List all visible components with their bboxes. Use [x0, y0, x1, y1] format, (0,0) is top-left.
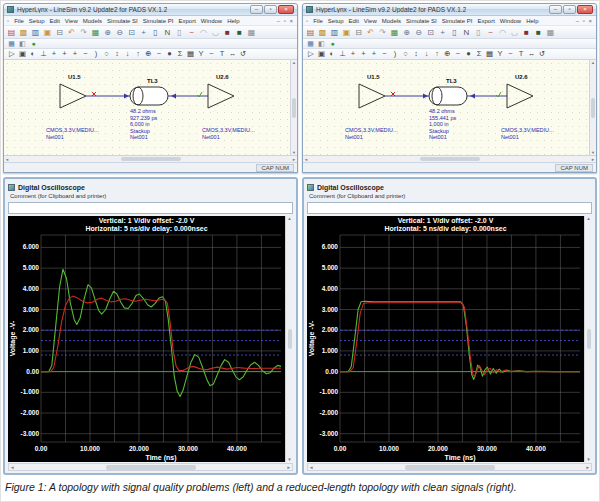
menu-help[interactable]: Help	[526, 18, 538, 24]
pulldown-tool-icon[interactable]: +	[71, 49, 79, 59]
bracket-tool-icon[interactable]: )	[92, 49, 100, 59]
mdi-window-controls[interactable]: – ▫ ×	[277, 18, 294, 24]
up-tool-icon[interactable]: ↑	[134, 49, 142, 59]
ic-tool-icon[interactable]: ▣	[19, 49, 27, 59]
mdi-system-icon[interactable]: ▫	[306, 18, 308, 24]
menu-simulate-pi[interactable]: Simulate PI	[442, 18, 473, 24]
menu-view[interactable]: View	[364, 18, 377, 24]
menu-setup[interactable]: Setup	[328, 18, 344, 24]
redo-icon[interactable]: ↷	[377, 27, 388, 38]
net-name-icon[interactable]: N	[461, 27, 472, 38]
scope-horizontal-scrollbar[interactable]: ◄►	[307, 463, 592, 471]
down-tool-icon[interactable]: ↓	[423, 49, 431, 59]
spreadsheet-icon[interactable]: ▦	[7, 39, 16, 48]
via-tool-icon[interactable]: ○	[103, 49, 111, 59]
select-tool-icon[interactable]: ▷	[8, 49, 16, 59]
node-tool-icon[interactable]: ●	[166, 49, 174, 59]
power-tool-icon[interactable]: ⊕	[145, 49, 153, 59]
pan-icon[interactable]: +	[437, 27, 448, 38]
select-tool-icon[interactable]: ▷	[307, 49, 315, 59]
updown-tool-icon[interactable]: ↕	[113, 49, 121, 59]
menu-window[interactable]: Window	[201, 18, 222, 24]
zoom-in-icon[interactable]: ⊕	[401, 27, 412, 38]
transmission-line-symbol[interactable]	[429, 87, 467, 105]
pan-icon[interactable]: +	[138, 27, 149, 38]
menu-models[interactable]: Models	[83, 18, 102, 24]
node-tool-icon[interactable]: ●	[465, 49, 473, 59]
doc-gray-icon[interactable]: ▯	[473, 27, 484, 38]
doc-blue-icon[interactable]: ▯	[150, 27, 161, 38]
report-icon[interactable]: ◧	[18, 39, 27, 48]
menu-view[interactable]: View	[65, 18, 78, 24]
comment-input[interactable]	[307, 202, 592, 214]
undo-icon[interactable]: ↶	[365, 27, 376, 38]
comment-input[interactable]	[8, 202, 293, 214]
receiver-buffer-symbol[interactable]	[507, 84, 533, 108]
stackup-red-icon[interactable]: ■	[222, 27, 233, 38]
grid-tool-icon[interactable]: ▦	[486, 49, 494, 59]
transmission-line-symbol[interactable]	[130, 87, 168, 105]
doc-gray-icon[interactable]: ▯	[174, 27, 185, 38]
doc-blue-icon[interactable]: ▯	[449, 27, 460, 38]
menu-setup[interactable]: Setup	[29, 18, 45, 24]
board-gray-icon[interactable]: ▦	[246, 27, 257, 38]
menu-export[interactable]: Export	[477, 18, 494, 24]
schematic-canvas[interactable]: U1.5 TL3 U2.6 CMOS,3.3V,MEDIU... Net001 …	[4, 60, 290, 155]
sine-tool-icon[interactable]: ~	[507, 49, 515, 59]
menu-export[interactable]: Export	[178, 18, 195, 24]
ic-tool-icon[interactable]: ▣	[318, 49, 326, 59]
zoom-area-icon[interactable]: ⊡	[425, 27, 436, 38]
series-resistor-tool-icon[interactable]: −	[82, 49, 90, 59]
menu-simulate-si[interactable]: Simulate SI	[107, 18, 138, 24]
ground-tool-icon[interactable]: ⊥	[339, 49, 347, 59]
sum-tool-icon[interactable]: Σ	[176, 49, 184, 59]
open-schematic-icon[interactable]: ▩	[317, 27, 328, 38]
minimize-button[interactable]: –	[250, 5, 263, 14]
stretch-tool-icon[interactable]: ↔	[528, 49, 536, 59]
board-viewer-icon[interactable]: ▦	[90, 27, 101, 38]
oscilloscope-run-icon[interactable]: ~	[186, 27, 197, 38]
mdi-window-controls[interactable]: – ▫ ×	[576, 18, 593, 24]
spreadsheet-icon[interactable]: ▦	[306, 39, 315, 48]
split-tool-icon[interactable]: Y	[197, 49, 205, 59]
new-schematic-icon[interactable]: ▤	[305, 27, 316, 38]
mdi-system-icon[interactable]: ▫	[7, 18, 9, 24]
net-name-icon[interactable]: N	[162, 27, 173, 38]
pulldown-tool-icon[interactable]: +	[370, 49, 378, 59]
vertical-scrollbar[interactable]: ▲▼	[589, 60, 596, 155]
scope-vertical-scrollbar[interactable]: ▲▼	[584, 216, 592, 462]
restore-button[interactable]: ▫	[563, 5, 576, 14]
stackup-green-icon[interactable]: ■	[234, 27, 245, 38]
open-folder-icon[interactable]: ▣	[341, 27, 352, 38]
tline-tool-icon[interactable]: ~	[155, 49, 163, 59]
menu-models[interactable]: Models	[382, 18, 401, 24]
scope-vertical-scrollbar[interactable]: ▲▼	[285, 216, 293, 462]
split-tool-icon[interactable]: Y	[496, 49, 504, 59]
menu-file[interactable]: File	[14, 18, 24, 24]
vertical-scrollbar[interactable]: ▲▼	[290, 60, 297, 155]
minimize-button[interactable]: –	[549, 5, 562, 14]
redo-icon[interactable]: ↷	[78, 27, 89, 38]
report-icon[interactable]: ◧	[317, 39, 326, 48]
power-tool-icon[interactable]: ⊕	[444, 49, 452, 59]
stackup-red-icon[interactable]: ■	[521, 27, 532, 38]
zoom-in-icon[interactable]: ⊕	[102, 27, 113, 38]
up-tool-icon[interactable]: ↑	[433, 49, 441, 59]
rotate-tool-icon[interactable]: ↺	[239, 49, 247, 59]
horizontal-scrollbar[interactable]: ◄►	[303, 155, 596, 162]
schematic-canvas[interactable]: U1.5 TL3 U2.6 CMOS,3.3V,MEDIU... Net001 …	[303, 60, 589, 155]
text-tool-icon[interactable]: T	[517, 49, 525, 59]
menu-window[interactable]: Window	[500, 18, 521, 24]
print-icon[interactable]: ⊟	[353, 27, 364, 38]
series-resistor-tool-icon[interactable]: −	[381, 49, 389, 59]
eye-mask-icon[interactable]: ◡	[509, 27, 520, 38]
rotate-tool-icon[interactable]: ↺	[538, 49, 546, 59]
pullup-tool-icon[interactable]: +	[61, 49, 69, 59]
receiver-buffer-symbol[interactable]	[208, 84, 234, 108]
eye-diagram-icon[interactable]: ◠	[497, 27, 508, 38]
oscilloscope-run-icon[interactable]: ~	[485, 27, 496, 38]
save-icon[interactable]: ▥	[329, 27, 340, 38]
zoom-out-icon[interactable]: ⊖	[114, 27, 125, 38]
help-icon[interactable]: ●	[29, 39, 38, 48]
pullup-tool-icon[interactable]: +	[360, 49, 368, 59]
